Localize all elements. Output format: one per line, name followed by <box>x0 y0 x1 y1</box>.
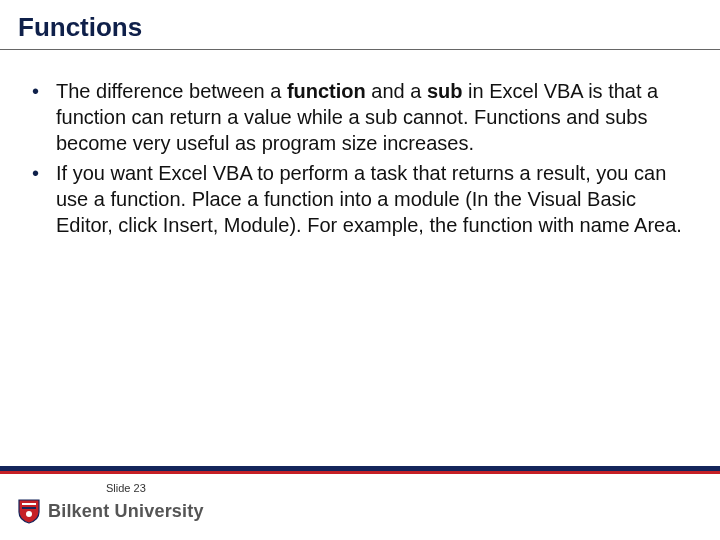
bullet-marker-icon: • <box>30 160 56 186</box>
bullet-list: •The difference between a function and a… <box>30 78 690 238</box>
bullet-marker-icon: • <box>30 78 56 104</box>
slide-title: Functions <box>18 12 702 43</box>
bold-text: sub <box>427 80 463 102</box>
svg-rect-0 <box>22 503 36 505</box>
bullet-item: •The difference between a function and a… <box>30 78 690 156</box>
body-area: •The difference between a function and a… <box>0 50 720 466</box>
university-name: Bilkent University <box>48 501 204 522</box>
plain-text: If you want Excel VBA to perform a task … <box>56 162 682 236</box>
slide: Functions •The difference between a func… <box>0 0 720 540</box>
plain-text: The difference between a <box>56 80 287 102</box>
plain-text: and a <box>366 80 427 102</box>
bullet-item: •If you want Excel VBA to perform a task… <box>30 160 690 238</box>
footer-area: Slide 23 Bilkent University <box>0 474 720 540</box>
university-crest-icon <box>18 498 40 524</box>
title-area: Functions <box>0 0 720 49</box>
svg-point-2 <box>26 511 32 517</box>
svg-rect-1 <box>22 507 36 509</box>
logo-row: Bilkent University <box>18 498 702 524</box>
bullet-text: The difference between a function and a … <box>56 78 690 156</box>
slide-number: Slide 23 <box>106 482 702 494</box>
bold-text: function <box>287 80 366 102</box>
bullet-text: If you want Excel VBA to perform a task … <box>56 160 690 238</box>
footer-band <box>0 466 720 474</box>
